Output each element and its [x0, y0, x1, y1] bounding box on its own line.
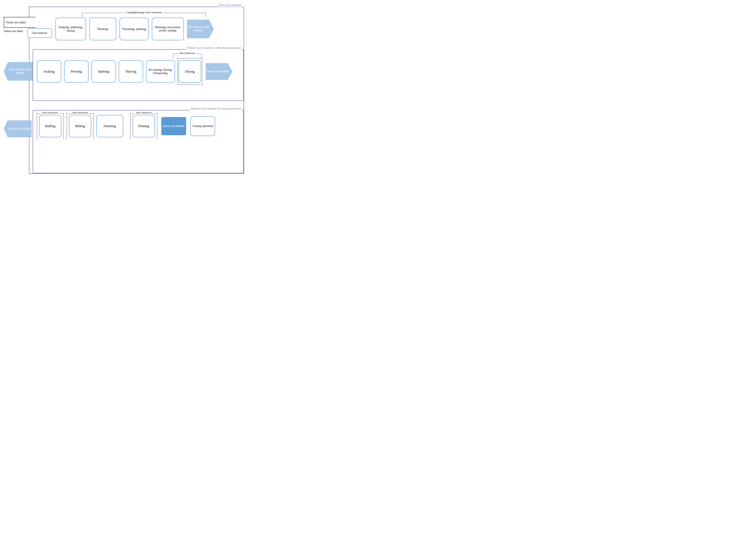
- trimming-splitting-box: Trimming, splitting: [120, 18, 148, 40]
- printing-box: Printing: [133, 115, 155, 137]
- drying-container: Drying: [178, 58, 202, 85]
- shaving-box: Shaving: [119, 61, 143, 83]
- milling-container: Milling: [66, 113, 94, 139]
- liming-subcontractors-bracket: 'Liming&tanning' sub-contractors: [82, 13, 206, 18]
- crust-leather-output-arrow: CRUST LEATHER: [206, 63, 232, 80]
- salted-raw-hides-label: Salted raw hides: [4, 29, 26, 33]
- pressing-box: Pressing: [64, 61, 89, 83]
- partial-cycle-1-label: 'Partial-cycle' tannery I (Wet-blue proc…: [187, 46, 242, 50]
- crust-leather-input-arrow: CRUST LEATHER: [4, 120, 32, 137]
- soaking-unhairing-box: Soaking, unhairing, liming: [56, 18, 86, 40]
- cutting-optional-box: Cutting (optional): [190, 116, 215, 136]
- finishing-box: Finishing: [96, 115, 123, 137]
- fresh-raw-hides-label: Fresh raw hides: [6, 21, 26, 24]
- deliming-box: Deliming, maceration, pickle, tanning: [152, 18, 184, 40]
- fresh-raw-hides-shape: Fresh raw hides: [4, 17, 40, 28]
- printing-container: Printing: [130, 113, 157, 139]
- liming-subcontractors-label: 'Liming&tanning' sub-contractors: [125, 11, 163, 14]
- wet-blue-input-arrow: WET BLUE/ WET WHITE: [4, 62, 33, 81]
- retanning-box: Re-tanning, Dyeing, Fatliquoring,: [146, 61, 175, 83]
- splitting-box: Splitting: [91, 61, 116, 83]
- buffing-box: Buffing: [39, 115, 62, 137]
- soaking-box: Soaking: [37, 61, 61, 83]
- milling-box: Milling: [69, 115, 91, 137]
- buffing-container: Buffing: [37, 113, 64, 139]
- final-leather-box: FINAL LEATHER: [161, 117, 186, 135]
- wet-blue-output-arrow: WET BLUE/ WET WHITE: [187, 20, 214, 38]
- sub-contractors-bracket-1: Sub-contractors: [173, 54, 201, 58]
- sub-contractors-label-1: Sub-contractors: [179, 52, 196, 55]
- diagram: Full-cycle tannery 'Liming&tanning' sub-…: [2, 2, 246, 176]
- partial-cycle-2-label: 'Partial-cycle' tannery II (crust-proces…: [189, 107, 242, 110]
- drying-box: Drying: [179, 61, 201, 83]
- full-cycle-label: Full-cycle tannery: [218, 3, 242, 7]
- fleshing-box: Fleshing: [89, 18, 116, 40]
- salt-removal-box: Salt removal: [27, 28, 52, 38]
